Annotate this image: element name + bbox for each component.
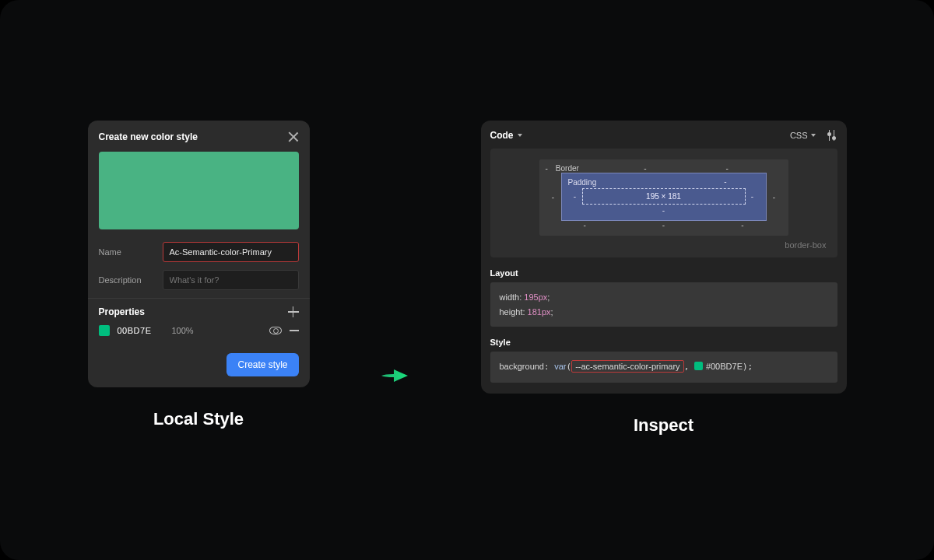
- css-value: 195px: [524, 292, 547, 302]
- name-input[interactable]: Ac-Semantic-color-Primary: [163, 242, 299, 262]
- dash: -: [546, 173, 561, 221]
- css-hex: #00BD7E: [706, 362, 743, 371]
- create-row: Create style: [99, 353, 299, 376]
- dash: -: [568, 206, 760, 215]
- box-model-padding: Padding - - 195 × 181 - -: [561, 173, 767, 221]
- language-label: CSS: [790, 131, 808, 140]
- property-row[interactable]: 00BD7E 100%: [99, 325, 299, 336]
- name-field-row: Name Ac-Semantic-color-Primary: [99, 242, 299, 262]
- css-prop: width: [500, 292, 520, 302]
- inspect-caption: Inspect: [634, 415, 693, 436]
- chevron-down-icon: [518, 134, 522, 137]
- eye-icon[interactable]: [269, 327, 282, 334]
- css-prop: height: [500, 307, 523, 317]
- css-value: 181px: [528, 307, 551, 317]
- dash: -: [546, 221, 624, 229]
- css-prop: background: [500, 362, 545, 371]
- inspect-column: Code CSS - Border: [481, 121, 847, 436]
- style-section-label: Style: [490, 338, 837, 347]
- dash: -: [703, 221, 781, 229]
- language-select[interactable]: CSS: [790, 131, 816, 140]
- layout-section-label: Layout: [490, 268, 837, 278]
- layout-code-block[interactable]: width: 195px; height: 181px;: [490, 282, 837, 327]
- padding-label: Padding: [568, 178, 597, 187]
- property-hex: 00BD7E: [118, 326, 164, 335]
- local-style-header: Create new color style: [99, 131, 299, 142]
- box-model-border: - Border - - - Padding - - 195 × 181: [539, 159, 788, 236]
- style-code-block[interactable]: background: var(--ac-semantic-color-prim…: [490, 352, 837, 383]
- name-label: Name: [99, 247, 153, 257]
- close-icon[interactable]: [288, 131, 299, 142]
- settings-sliders-icon[interactable]: [827, 130, 837, 141]
- dash: -: [618, 164, 672, 173]
- property-swatch: [99, 325, 110, 336]
- minus-icon[interactable]: [290, 330, 299, 331]
- inline-swatch: [694, 362, 703, 370]
- inspect-header-right: CSS: [790, 130, 837, 141]
- create-style-button[interactable]: Create style: [226, 353, 298, 376]
- box-model-diagram: - Border - - - Padding - - 195 × 181: [490, 149, 837, 257]
- description-label: Description: [99, 275, 153, 285]
- description-input[interactable]: [163, 270, 299, 290]
- property-opacity: 100%: [172, 326, 262, 335]
- dash: -: [672, 164, 781, 173]
- dash: -: [724, 177, 726, 186]
- chevron-down-icon: [811, 134, 816, 137]
- properties-title: Properties: [99, 306, 145, 317]
- css-fn: var: [554, 362, 566, 371]
- box-model-content: 195 × 181: [582, 188, 746, 205]
- code-tab-label: Code: [490, 130, 514, 141]
- local-style-column: Create new color style Name Ac-Semantic-…: [88, 121, 310, 429]
- divider: [88, 298, 310, 299]
- plus-icon[interactable]: [288, 306, 299, 317]
- inspect-header: Code CSS: [490, 130, 837, 141]
- dash: -: [746, 192, 760, 201]
- box-sizing-label: border-box: [785, 240, 826, 250]
- color-preview-swatch: [99, 152, 299, 229]
- border-label: Border: [548, 164, 618, 173]
- dash: -: [767, 173, 782, 221]
- page-root: Create new color style Name Ac-Semantic-…: [0, 0, 934, 560]
- dash: -: [568, 192, 582, 201]
- local-style-caption: Local Style: [153, 409, 244, 429]
- description-field-row: Description: [99, 270, 299, 290]
- css-var-name: --ac-semantic-color-primary: [571, 360, 683, 373]
- dash: -: [624, 221, 703, 229]
- arrow-icon: [380, 364, 411, 390]
- panel-title: Create new color style: [99, 131, 198, 142]
- local-style-panel: Create new color style Name Ac-Semantic-…: [88, 121, 310, 387]
- properties-header: Properties: [99, 306, 299, 317]
- inspect-panel: Code CSS - Border: [481, 121, 847, 394]
- code-tab[interactable]: Code: [490, 130, 522, 141]
